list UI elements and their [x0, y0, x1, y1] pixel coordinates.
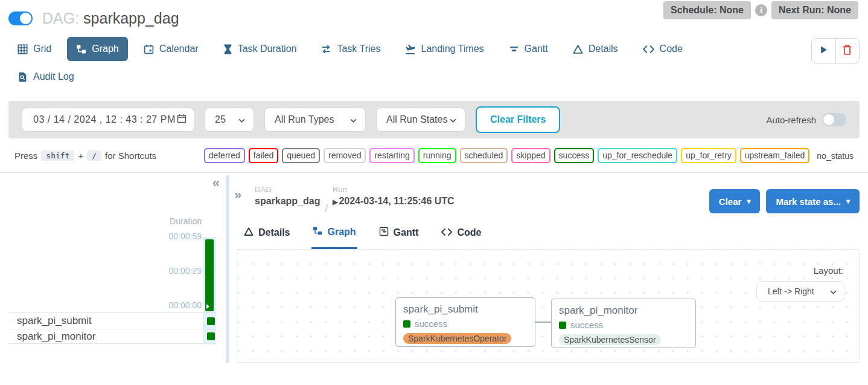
status-badge-success[interactable]: success [554, 148, 595, 163]
run-tab-details[interactable]: Details [243, 224, 291, 249]
run-tab-label: Gantt [394, 227, 419, 238]
trigger-dag-button[interactable] [812, 39, 835, 63]
tab-details[interactable]: Details [564, 37, 627, 61]
node-status: success [403, 319, 528, 329]
tab-calendar[interactable]: Calendar [135, 37, 208, 61]
clear-button[interactable]: Clear ▾ [709, 189, 761, 213]
tab-label: Task Duration [238, 44, 297, 54]
axis-tick: 00:00:29 [169, 266, 202, 276]
status-badge-up-for-retry[interactable]: up_for_retry [681, 148, 736, 163]
tab-audit-log[interactable]: Audit Log [8, 65, 83, 89]
info-icon[interactable]: i [755, 4, 767, 16]
run-tab-code[interactable]: Code [440, 224, 482, 249]
plus-sign: + [78, 150, 83, 161]
caret-down-icon: ▾ [747, 197, 750, 205]
status-square [403, 320, 410, 328]
page-size-value: 25 [215, 114, 226, 125]
triangle-icon [573, 44, 583, 54]
status-badge-scheduled[interactable]: scheduled [460, 148, 508, 163]
status-badge-running[interactable]: running [418, 148, 456, 163]
schedule-info: Schedule: None i Next Run: None [663, 1, 858, 19]
expand-panel-button[interactable]: » [234, 189, 241, 202]
task-name[interactable]: spark_pi_monitor [8, 331, 95, 343]
collapse-panel-button[interactable]: « [212, 176, 220, 190]
status-badge-restarting[interactable]: restarting [369, 148, 414, 163]
run-tab-graph[interactable]: Graph [311, 224, 357, 249]
task-row[interactable]: spark_pi_submit [8, 312, 216, 329]
status-text: success [415, 319, 447, 329]
tab-gantt[interactable]: Gantt [500, 37, 557, 61]
status-badge-skipped[interactable]: skipped [511, 148, 550, 163]
slash-key: / [87, 150, 101, 161]
shortcuts-hint: Press shift + / for Shortcuts [14, 150, 156, 161]
triangle-icon [244, 227, 254, 239]
status-label-no-status: no_status [817, 151, 854, 161]
axis-tick: 00:00:00 [169, 300, 202, 310]
node-status: success [559, 320, 688, 330]
chevron-down-icon [830, 286, 837, 296]
delete-dag-button[interactable] [835, 39, 860, 63]
play-icon [819, 45, 828, 57]
shortcuts-text: for Shortcuts [105, 150, 156, 161]
audit-log-icon [18, 72, 28, 82]
tab-grid[interactable]: Grid [8, 37, 60, 61]
main-content: « Duration 00:00:59 00:00:29 00:00:00 sp… [0, 173, 868, 363]
run-tab-label: Code [457, 227, 481, 238]
operator-badge: SparkKubernetesOperator [403, 333, 511, 344]
run-states-select[interactable]: All Run States [376, 108, 465, 132]
mark-state-button-label: Mark state as... [776, 196, 841, 207]
operator-badge: SparkKubernetesSensor [559, 334, 661, 345]
run-marker-icon: ▶ [333, 198, 337, 205]
status-badge-removed[interactable]: removed [324, 148, 366, 163]
task-node-spark-pi-submit[interactable]: spark_pi_submit success SparkKubernetesO… [395, 297, 535, 347]
clear-filters-button[interactable]: Clear Filters [476, 106, 560, 133]
trash-icon [842, 44, 852, 57]
auto-refresh-toggle[interactable] [822, 113, 846, 126]
status-badge-failed[interactable]: failed [249, 148, 278, 163]
dag-pause-toggle[interactable] [8, 11, 33, 25]
mark-state-button[interactable]: Mark state as... ▾ [766, 189, 860, 213]
tab-landing-times[interactable]: Landing Times [396, 37, 493, 61]
status-badge-up-for-reschedule[interactable]: up_for_reschedule [598, 148, 677, 163]
run-states-value: All Run States [386, 114, 447, 125]
graph-icon [313, 226, 322, 238]
tab-task-duration[interactable]: Task Duration [214, 37, 306, 61]
task-instance-square[interactable] [207, 332, 215, 340]
schedule-badge: Schedule: None [663, 1, 751, 19]
tab-task-tries[interactable]: Task Tries [312, 37, 389, 61]
calendar-picker-icon[interactable] [177, 114, 187, 126]
run-types-select[interactable]: All Run Types [264, 108, 366, 132]
task-node-spark-pi-monitor[interactable]: spark_pi_monitor success SparkKubernetes… [551, 299, 696, 348]
layout-select[interactable]: Left -> Right [756, 281, 844, 302]
tab-code[interactable]: Code [634, 37, 692, 61]
run-tab-gantt[interactable]: Gantt [378, 224, 420, 249]
task-row[interactable]: spark_pi_monitor [8, 329, 216, 344]
page-size-select[interactable]: 25 [205, 108, 254, 132]
nav-row-2: Audit Log [8, 65, 860, 89]
toggle-knob [823, 114, 834, 125]
nav-row-1: Grid Graph Calendar Task Duration [8, 37, 860, 61]
status-badge-upstream-failed[interactable]: upstream_failed [740, 148, 810, 163]
breadcrumb-dag-value[interactable]: sparkapp_dag [255, 196, 320, 207]
dag-run-duration-bar[interactable] [205, 239, 214, 311]
graph-canvas[interactable]: Layout: Left -> Right spark_pi_submit su… [237, 249, 860, 363]
dag-nav: Grid Graph Calendar Task Duration [0, 37, 868, 89]
run-actions: Clear ▾ Mark state as... ▾ [709, 189, 860, 213]
tab-label: Landing Times [421, 44, 483, 54]
base-date-input[interactable]: 03 / 14 / 2024 , 12 : 43 : 27 PM [22, 108, 194, 132]
run-detail-panel: » DAG sparkapp_dag / Run ▶2024-03-14, 11… [229, 173, 868, 363]
task-edge [535, 322, 551, 323]
run-timestamp: 2024-03-14, 11:25:46 UTC [339, 196, 454, 206]
task-name[interactable]: spark_pi_submit [8, 315, 92, 327]
chevron-down-icon [350, 114, 357, 125]
status-badge-deferred[interactable]: deferred [204, 148, 245, 163]
task-instance-square[interactable] [207, 317, 215, 325]
status-badge-queued[interactable]: queued [282, 148, 320, 163]
base-date-value: 03 / 14 / 2024 , 12 : 43 : 27 PM [33, 114, 176, 125]
tab-label: Calendar [159, 44, 199, 54]
code-icon [643, 45, 654, 53]
tab-graph[interactable]: Graph [67, 37, 127, 61]
hourglass-icon [223, 44, 232, 54]
breadcrumb-run-value[interactable]: ▶2024-03-14, 11:25:46 UTC [333, 196, 455, 207]
gantt-icon [509, 44, 519, 54]
